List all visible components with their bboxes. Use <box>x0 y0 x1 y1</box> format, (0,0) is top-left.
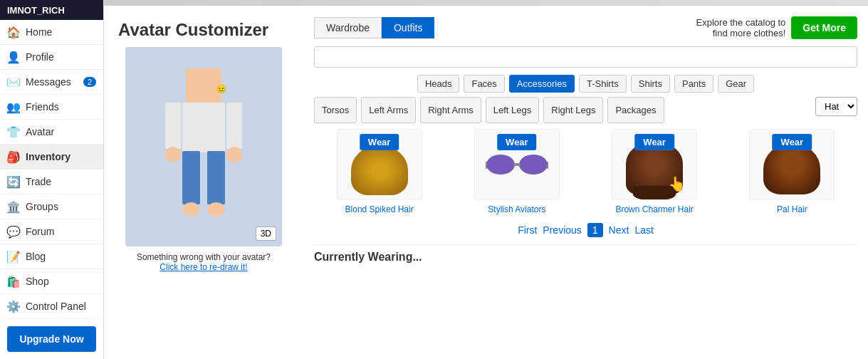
svg-rect-2 <box>513 163 521 166</box>
cat-left-arms[interactable]: Left Arms <box>361 97 416 123</box>
cat-right-legs[interactable]: Right Legs <box>543 97 603 123</box>
tab-outfits[interactable]: Outfits <box>382 17 434 38</box>
item-thumb-brown-charmer-hair: Wear 👆 <box>612 129 697 200</box>
cat-shirts[interactable]: Shirts <box>631 75 670 93</box>
avatar-body <box>182 103 225 152</box>
catalog-promo-text: Explore the catalog tofind more clothes! <box>696 17 786 38</box>
three-d-button[interactable]: 3D <box>256 227 276 241</box>
item-name-blond-spiked-hair[interactable]: Blond Spiked Hair <box>345 204 414 214</box>
pagination-last[interactable]: Last <box>634 224 653 236</box>
sidebar-item-messages[interactable]: ✉️ Messages 2 <box>0 70 103 95</box>
category-row-1: Heads Faces Accessories T-Shirts Shirts … <box>314 75 857 93</box>
cat-pants[interactable]: Pants <box>674 75 713 93</box>
avatar-left-arm <box>165 103 181 149</box>
sidebar-item-forum[interactable]: 💬 Forum <box>0 219 103 244</box>
item-name-brown-charmer-hair[interactable]: Brown Charmer Hair <box>615 204 693 214</box>
blog-icon: 📝 <box>7 250 20 263</box>
sidebar-label-forum: Forum <box>26 226 54 237</box>
avatar-right-foot <box>207 202 225 217</box>
redraw-text: Something wrong with your avatar? <box>137 252 271 262</box>
sidebar-item-friends[interactable]: 👥 Friends <box>0 95 103 120</box>
search-input[interactable] <box>314 46 857 68</box>
sidebar-label-home: Home <box>26 26 52 38</box>
sidebar-label-friends: Friends <box>26 101 59 113</box>
get-more-button[interactable]: Get More <box>791 16 857 39</box>
sidebar-label-blog: Blog <box>26 251 46 262</box>
sidebar-item-home[interactable]: 🏠 Home <box>0 20 103 45</box>
cat-gear[interactable]: Gear <box>718 75 754 93</box>
messages-icon: ✉️ <box>7 76 20 88</box>
top-bar <box>104 0 868 6</box>
svg-point-1 <box>519 155 548 175</box>
item-name-stylish-aviators[interactable]: Stylish Aviators <box>488 204 545 214</box>
pagination-previous[interactable]: Previous <box>543 224 581 236</box>
upgrade-button[interactable]: Upgrade Now <box>7 326 96 352</box>
redraw-link[interactable]: Click here to re-draw it! <box>160 262 247 272</box>
sidebar-label-trade: Trade <box>26 176 51 187</box>
messages-badge: 2 <box>83 77 96 87</box>
home-icon: 🏠 <box>7 26 20 38</box>
wear-button-brown-charmer-hair[interactable]: Wear <box>634 134 674 150</box>
cat-accessories[interactable]: Accessories <box>509 75 575 93</box>
item-card-pal-hair: Wear Pal Hair <box>727 129 857 214</box>
pagination: First Previous 1 Next Last <box>314 223 857 237</box>
sidebar-item-control-panel[interactable]: ⚙️ Control Panel <box>0 294 103 319</box>
cat-left-legs[interactable]: Left Legs <box>486 97 540 123</box>
sidebar-label-inventory: Inventory <box>26 151 70 162</box>
sidebar-item-shop[interactable]: 🛍️ Shop <box>0 269 103 294</box>
trade-icon: 🔄 <box>7 175 20 188</box>
cat-heads[interactable]: Heads <box>417 75 460 93</box>
avatar-left-hand <box>165 147 181 162</box>
tab-wardrobe[interactable]: Wardrobe <box>314 17 382 38</box>
avatar-left-foot <box>182 202 200 217</box>
cat-tshirts[interactable]: T-Shirts <box>579 75 627 93</box>
wear-button-pal-hair[interactable]: Wear <box>773 134 812 150</box>
inventory-icon: 🎒 <box>7 150 20 163</box>
pagination-next[interactable]: Next <box>609 224 629 236</box>
profile-icon: 👤 <box>7 51 20 63</box>
item-card-stylish-aviators: Wear Stylish Aviators <box>451 129 582 214</box>
cat-packages[interactable]: Packages <box>607 97 664 123</box>
item-card-brown-charmer-hair: Wear 👆 Brown Charmer Hair <box>590 129 720 214</box>
page-title: Avatar Customizer <box>118 20 268 40</box>
sidebar-item-profile[interactable]: 👤 Profile <box>0 45 103 70</box>
filter-row: Hat <box>815 97 857 116</box>
avatar-right-leg <box>207 151 225 204</box>
pagination-first[interactable]: First <box>518 224 537 236</box>
svg-point-0 <box>486 155 515 175</box>
avatar-icon: 👕 <box>7 125 20 138</box>
pal-hair-graphic <box>763 143 820 194</box>
sidebar-label-shop: Shop <box>26 276 49 287</box>
pagination-current[interactable]: 1 <box>587 223 603 237</box>
svg-rect-6 <box>547 162 548 165</box>
brown-hair-graphic <box>626 143 683 194</box>
item-thumb-stylish-aviators: Wear <box>474 129 560 200</box>
filter-select[interactable]: Hat <box>815 97 857 116</box>
item-name-pal-hair[interactable]: Pal Hair <box>777 204 807 214</box>
avatar-left-leg <box>182 151 200 204</box>
sidebar: IMNOT_RICH 🏠 Home 👤 Profile ✉️ Messages … <box>0 0 104 359</box>
sidebar-item-blog[interactable]: 📝 Blog <box>0 244 103 269</box>
wear-button-blond-spiked-hair[interactable]: Wear <box>360 134 399 150</box>
nav-items: 🏠 Home 👤 Profile ✉️ Messages 2 👥 Friends… <box>0 20 103 319</box>
cat-right-arms[interactable]: Right Arms <box>420 97 481 123</box>
sidebar-label-groups: Groups <box>26 201 58 212</box>
items-grid: Wear Blond Spiked Hair <box>314 129 857 214</box>
sidebar-item-trade[interactable]: 🔄 Trade <box>0 170 103 194</box>
sidebar-item-groups[interactable]: 🏛️ Groups <box>0 194 103 219</box>
redraw-notice: Something wrong with your avatar? Click … <box>137 252 271 272</box>
cat-faces[interactable]: Faces <box>464 75 504 93</box>
content-area: Avatar Customizer 😐 3D <box>104 6 868 359</box>
sidebar-item-avatar[interactable]: 👕 Avatar <box>0 120 103 145</box>
item-thumb-pal-hair: Wear <box>749 129 835 200</box>
blond-hair-graphic <box>351 145 408 195</box>
sidebar-label-profile: Profile <box>26 51 54 63</box>
currently-wearing-label: Currently Wearing... <box>314 244 857 264</box>
cat-torsos[interactable]: Torsos <box>314 97 357 123</box>
sidebar-label-avatar: Avatar <box>26 126 54 137</box>
forum-icon: 💬 <box>7 225 20 238</box>
sidebar-username: IMNOT_RICH <box>0 0 103 20</box>
wear-button-stylish-aviators[interactable]: Wear <box>497 134 537 150</box>
sidebar-item-inventory[interactable]: 🎒 Inventory <box>0 145 103 170</box>
avatar-right-hand <box>226 147 242 162</box>
